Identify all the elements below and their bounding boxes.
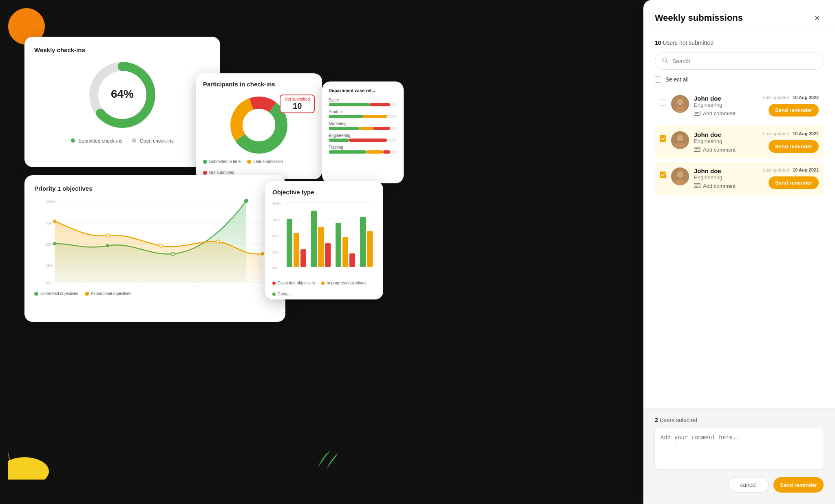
dept-row-marketing: Marketing (329, 121, 397, 130)
dept-row-product: Product (329, 110, 397, 118)
legend-submitted: Submitted check-ins (71, 138, 122, 144)
participants-legend: Submitted in time Late submission Not su… (203, 159, 315, 175)
user-row: John doe Engineering Add comment Last up… (655, 89, 824, 122)
svg-text:Q2: Q2 (136, 285, 141, 286)
send-reminder-btn-1[interactable]: Send reminder (769, 104, 819, 117)
svg-text:50%: 50% (46, 242, 53, 246)
select-all-row: Select all (655, 76, 824, 83)
svg-point-30 (261, 252, 264, 255)
last-updated-3: Last updated 10 Aug 2022 (763, 167, 819, 172)
send-reminder-bottom-btn[interactable]: Send reminder (773, 477, 824, 493)
svg-point-27 (106, 234, 109, 237)
svg-rect-49 (349, 253, 355, 267)
last-updated-2: Last updated 10 Aug 2022 (763, 131, 819, 136)
svg-text:100%: 100% (46, 200, 55, 204)
bottom-actions: cancel Send reminder (655, 477, 824, 493)
donut-chart: 64% (86, 58, 159, 132)
card-objectives: Priority 1 objectives 100% 75% 50% 25% 0… (24, 175, 285, 322)
bar-chart: 100% 75% 50% 25% 0% (272, 200, 374, 276)
user-info-1: John doe Engineering Add comment (694, 95, 758, 117)
svg-rect-42 (294, 233, 299, 267)
user-name-3: John doe (694, 167, 758, 174)
user-checkbox-3[interactable] (660, 172, 666, 178)
dept-row-engineering: Engineering (329, 133, 397, 142)
add-comment-btn-3[interactable]: Add comment (694, 183, 736, 189)
svg-text:25%: 25% (46, 264, 53, 268)
svg-text:64%: 64% (111, 88, 134, 100)
user-dept-2: Engineering (694, 138, 758, 144)
user-checkbox-1[interactable] (660, 99, 666, 106)
user-name-1: John doe (694, 95, 758, 102)
objectives-title: Priority 1 objectives (34, 185, 276, 192)
last-updated-1: Last updated 10 Aug 2022 (763, 95, 819, 100)
panel-body: 10 Users not submitted Select all (643, 31, 835, 408)
panel-title: Weekly submissions (655, 13, 743, 23)
card-participants: Participants in check-ins Not submitted … (196, 73, 322, 179)
svg-point-28 (159, 244, 162, 247)
user-avatar-2 (671, 131, 689, 149)
svg-point-26 (53, 220, 56, 223)
svg-text:Q4: Q4 (250, 285, 255, 286)
select-all-label: Select all (665, 76, 689, 83)
close-button[interactable]: × (811, 11, 824, 24)
svg-text:50%: 50% (272, 234, 279, 238)
donut-container: 64% Submitted check-ins Open check-ins (34, 58, 210, 144)
user-checkbox-2[interactable] (660, 135, 666, 142)
svg-rect-43 (300, 249, 306, 267)
svg-rect-57 (694, 111, 700, 115)
add-comment-btn-2[interactable]: Add comment (694, 147, 736, 153)
objtype-title: Objective type (272, 189, 376, 196)
user-info-3: John doe Engineering Add comment (694, 167, 758, 189)
send-reminder-btn-2[interactable]: Send reminder (769, 140, 819, 153)
select-all-checkbox[interactable] (655, 76, 661, 83)
svg-rect-44 (311, 211, 317, 267)
user-name-2: John doe (694, 131, 758, 138)
search-input[interactable] (672, 58, 817, 64)
svg-rect-63 (694, 147, 700, 152)
weekly-submissions-panel: Weekly submissions × 10 Users not submit… (643, 0, 835, 504)
bg-green-leaves (310, 447, 342, 471)
line-chart: 100% 75% 50% 25% 0% Q1 Q2 Q3 Q4 (34, 197, 271, 286)
department-title: Department wise ref... (329, 88, 397, 93)
user-right-1: Last updated 10 Aug 2022 Send reminder (763, 95, 819, 117)
donut-legend: Submitted check-ins Open check-ins (71, 138, 174, 144)
card-objtype: Objective type 100% 75% 50% 25% 0% (265, 181, 383, 299)
send-reminder-btn-3[interactable]: Send reminder (769, 176, 819, 189)
users-count: 10 Users not submitted (655, 40, 824, 46)
svg-point-55 (677, 99, 683, 105)
svg-text:75%: 75% (272, 218, 279, 222)
user-avatar-3 (671, 167, 689, 185)
panel-bottom: 2 Users selected cancel Send reminder (643, 408, 835, 504)
objtype-legend: Escalated objectives In progress objecti… (272, 281, 376, 296)
add-comment-btn-1[interactable]: Add comment (694, 110, 736, 117)
panel-header: Weekly submissions × (643, 0, 835, 31)
svg-rect-45 (318, 227, 324, 267)
svg-point-67 (677, 171, 683, 178)
svg-rect-48 (342, 237, 348, 267)
svg-point-7 (243, 109, 275, 141)
user-info-2: John doe Engineering Add comment (694, 131, 758, 153)
svg-text:75%: 75% (46, 221, 53, 225)
user-avatar-1 (671, 95, 689, 113)
legend-on-time: Submitted in time (203, 159, 241, 164)
objectives-legend: Commited objectives Aspirational objecti… (34, 291, 276, 296)
svg-point-61 (677, 135, 683, 141)
svg-point-29 (216, 240, 219, 243)
participants-title: Participants in check-ins (203, 81, 315, 88)
svg-text:100%: 100% (272, 202, 281, 205)
search-box[interactable] (655, 53, 824, 70)
svg-text:25%: 25% (272, 251, 279, 254)
cancel-button[interactable]: cancel (729, 477, 769, 493)
svg-rect-51 (367, 231, 373, 267)
card-department: Department wise ref... Sales Product Mar… (322, 81, 404, 183)
svg-rect-41 (287, 219, 292, 267)
avatar-image-2 (671, 131, 689, 149)
svg-text:0%: 0% (272, 266, 277, 270)
bg-yellow-crescent (8, 423, 65, 480)
comment-textarea[interactable] (655, 428, 824, 469)
legend-not-sub: Not submitted (203, 170, 234, 175)
legend-aspirational: Aspirational objectives (85, 291, 132, 296)
search-icon (662, 57, 668, 65)
user-right-2: Last updated 10 Aug 2022 Send reminder (763, 131, 819, 153)
legend-inprogress: In progress objectives (321, 281, 366, 285)
